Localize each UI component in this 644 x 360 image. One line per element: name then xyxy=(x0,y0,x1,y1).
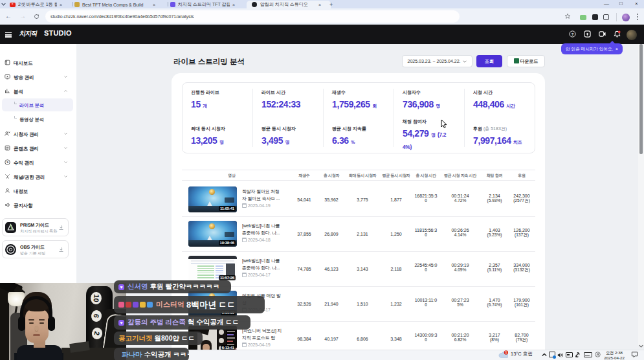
svg-text:S: S xyxy=(6,161,8,164)
svg-text:?: ? xyxy=(572,32,574,36)
svg-text:1: 1 xyxy=(505,350,507,354)
